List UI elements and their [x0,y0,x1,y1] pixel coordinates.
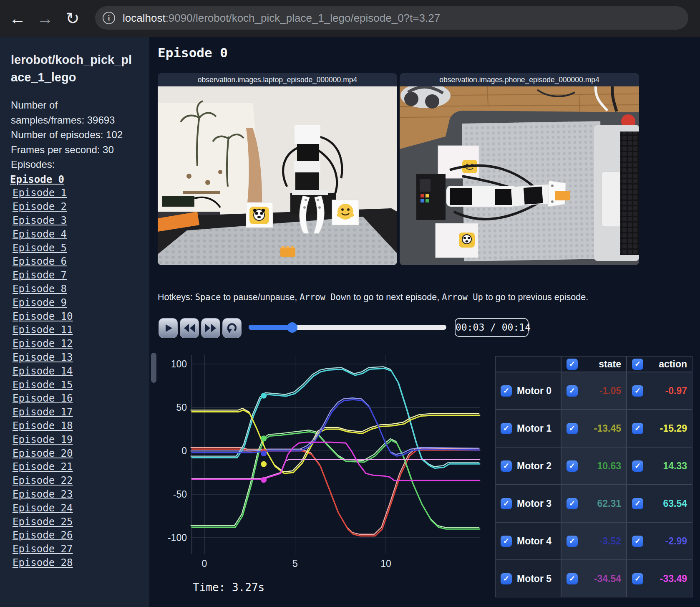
motor-5-action-checkbox[interactable]: ✓ [632,573,643,584]
loop-button[interactable] [222,318,242,338]
episode-link[interactable]: Episode 27 [13,542,138,556]
browser-chrome: ← → ↻ i localhost:9090/lerobot/koch_pick… [0,0,700,37]
url-text[interactable]: localhost:9090/lerobot/koch_pick_place_1… [123,12,440,25]
forward-icon[interactable]: → [34,8,56,29]
url-bar[interactable]: i localhost:9090/lerobot/koch_pick_place… [95,6,688,30]
play-button[interactable] [159,318,178,338]
action-value: -15.29 [660,423,687,434]
episode-link[interactable]: Episode 11 [13,323,138,337]
episode-link[interactable]: Episode 3 [13,214,138,228]
motor-chart[interactable]: 100500-50-1000510 [158,353,491,593]
episode-link[interactable]: Episode 1 [13,186,138,200]
episode-link[interactable]: Episode 14 [13,364,138,378]
episode-link[interactable]: Episode 26 [13,529,138,542]
episode-link[interactable]: Episode 18 [13,419,138,433]
motor-4-state-checkbox[interactable]: ✓ [567,536,578,547]
episode-link[interactable]: Episode 15 [13,378,138,392]
video-panel-phone[interactable]: observation.images.phone_episode_000000.… [400,73,639,265]
episode-link[interactable]: Episode 4 [13,228,138,241]
motor-3-action-checkbox[interactable]: ✓ [632,498,643,509]
action-column-checkbox[interactable]: ✓ [632,359,643,370]
state-column-checkbox[interactable]: ✓ [567,359,578,370]
motor-5-checkbox[interactable]: ✓ [501,573,512,584]
episode-link[interactable]: Episode 16 [13,392,138,405]
motor-3-checkbox[interactable]: ✓ [501,498,512,509]
hotkeys-segment: to go to previous episode. [483,292,588,302]
episode-link[interactable]: Episode 12 [13,337,138,351]
motor-1-action-checkbox[interactable]: ✓ [632,423,643,434]
loop-icon [226,322,238,334]
action-value-cell: ✓-15.29 [627,410,692,447]
hotkeys-help: Hotkeys: Space to pause/unpause, Arrow D… [158,292,588,303]
motor-1-checkbox[interactable]: ✓ [501,423,512,434]
motor-table: ✓state✓action✓Motor 0✓-1.05✓-0.97✓Motor … [495,356,692,597]
hotkeys-segment: to go to next episode, [351,292,442,302]
action-value-cell: ✓14.33 [627,447,692,485]
video-title-laptop: observation.images.laptop_episode_000000… [158,73,397,86]
action-value: 14.33 [663,460,687,472]
page-title: Episode 0 [158,45,228,60]
action-value: -33.49 [660,573,687,584]
episode-link[interactable]: Episode 22 [13,474,138,488]
action-value-cell: ✓63.54 [627,485,692,522]
episode-link[interactable]: Episode 21 [13,460,138,474]
fast-forward-button[interactable] [201,318,220,338]
episode-link[interactable]: Episode 13 [13,351,138,364]
video-panel-laptop[interactable]: observation.images.laptop_episode_000000… [158,73,397,265]
episode-link[interactable]: Episode 28 [13,556,138,570]
back-icon[interactable]: ← [7,8,28,29]
motor-5-state-checkbox[interactable]: ✓ [567,573,578,584]
y-tick-label: -50 [173,489,187,500]
episode-link[interactable]: Episode 2 [13,200,138,214]
episode-link[interactable]: Episode 8 [13,282,138,296]
site-info-icon[interactable]: i [103,12,115,24]
video-phone-frame[interactable] [400,86,639,265]
episode-link[interactable]: Episode 24 [13,501,138,515]
motor-2-state-checkbox[interactable]: ✓ [567,460,578,472]
url-path: :9090/lerobot/koch_pick_place_1_lego/epi… [166,12,440,24]
motor-4-action-checkbox[interactable]: ✓ [632,536,643,547]
y-tick-label: 0 [181,445,187,456]
motor-2-checkbox[interactable]: ✓ [501,460,512,472]
rewind-button[interactable] [180,318,199,338]
series-action-line [191,410,480,473]
episode-link[interactable]: Episode 7 [13,268,138,282]
episode-link[interactable]: Episode 20 [13,447,138,460]
episode-link[interactable]: Episode 0 [10,173,138,187]
motor-1-state-checkbox[interactable]: ✓ [567,423,578,434]
current-time-dot [261,435,267,441]
motor-2-action-checkbox[interactable]: ✓ [632,460,643,472]
motor-0-action-checkbox[interactable]: ✓ [632,385,643,397]
seek-slider[interactable] [249,325,446,330]
motor-label: Motor 4 [517,536,551,547]
seek-slider-thumb[interactable] [287,322,297,333]
episode-link[interactable]: Episode 6 [13,255,138,268]
dataset-info-line: Episodes: [11,157,132,172]
dataset-title: lerobot/koch_pick_place_1_lego [11,51,136,86]
motor-0-state-checkbox[interactable]: ✓ [567,385,578,397]
table-row: ✓Motor 0✓-1.05✓-0.97 [495,372,692,410]
action-value: -2.99 [665,536,687,547]
current-time-dot [261,450,267,456]
episode-link[interactable]: Episode 19 [13,433,138,447]
motor-3-state-checkbox[interactable]: ✓ [567,498,578,509]
reload-icon[interactable]: ↻ [62,8,83,29]
table-row: ✓Motor 2✓10.63✓14.33 [495,447,692,485]
dataset-info-line: Number of samples/frames: 39693 [11,98,132,127]
motor-4-checkbox[interactable]: ✓ [501,536,512,547]
state-value-cell: ✓10.63 [561,447,627,485]
state-value-cell: ✓62.31 [561,485,627,522]
episode-link[interactable]: Episode 5 [13,241,138,255]
hotkeys-segment: to pause/unpause, [221,292,300,302]
episode-link[interactable]: Episode 25 [13,515,138,529]
smiley-box [332,200,359,225]
motor-0-checkbox[interactable]: ✓ [501,385,512,397]
episode-link[interactable]: Episode 23 [13,488,138,501]
episode-link[interactable]: Episode 9 [13,296,138,310]
episode-link[interactable]: Episode 17 [13,405,138,419]
sidebar-scrollbar[interactable] [151,353,156,383]
state-value-cell: ✓-13.45 [561,410,627,447]
episode-link[interactable]: Episode 10 [13,310,138,324]
video-laptop-frame[interactable] [158,86,397,265]
hotkeys-segment: Space [195,292,221,302]
